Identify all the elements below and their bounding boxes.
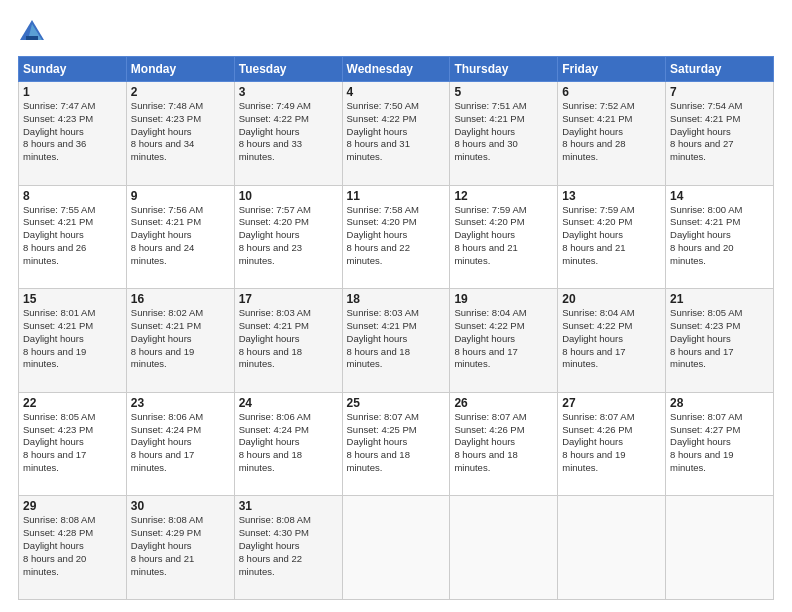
day-cell	[342, 496, 450, 600]
day-cell	[558, 496, 666, 600]
day-cell: 12 Sunrise: 7:59 AM Sunset: 4:20 PM Dayl…	[450, 185, 558, 289]
day-number: 26	[454, 396, 553, 410]
header	[18, 18, 774, 46]
logo	[18, 18, 50, 46]
day-number: 15	[23, 292, 122, 306]
day-cell: 22 Sunrise: 8:05 AM Sunset: 4:23 PM Dayl…	[19, 392, 127, 496]
day-info: Sunrise: 7:58 AM Sunset: 4:20 PM Dayligh…	[347, 204, 446, 268]
day-info: Sunrise: 8:02 AM Sunset: 4:21 PM Dayligh…	[131, 307, 230, 371]
day-cell: 14 Sunrise: 8:00 AM Sunset: 4:21 PM Dayl…	[666, 185, 774, 289]
day-cell: 26 Sunrise: 8:07 AM Sunset: 4:26 PM Dayl…	[450, 392, 558, 496]
day-info: Sunrise: 8:07 AM Sunset: 4:27 PM Dayligh…	[670, 411, 769, 475]
day-cell: 3 Sunrise: 7:49 AM Sunset: 4:22 PM Dayli…	[234, 82, 342, 186]
day-number: 9	[131, 189, 230, 203]
day-number: 31	[239, 499, 338, 513]
day-cell: 15 Sunrise: 8:01 AM Sunset: 4:21 PM Dayl…	[19, 289, 127, 393]
svg-rect-2	[26, 36, 38, 40]
day-number: 21	[670, 292, 769, 306]
col-header-sunday: Sunday	[19, 57, 127, 82]
logo-icon	[18, 18, 46, 46]
day-number: 6	[562, 85, 661, 99]
week-row-1: 1 Sunrise: 7:47 AM Sunset: 4:23 PM Dayli…	[19, 82, 774, 186]
day-number: 8	[23, 189, 122, 203]
day-cell: 13 Sunrise: 7:59 AM Sunset: 4:20 PM Dayl…	[558, 185, 666, 289]
day-info: Sunrise: 7:52 AM Sunset: 4:21 PM Dayligh…	[562, 100, 661, 164]
week-row-3: 15 Sunrise: 8:01 AM Sunset: 4:21 PM Dayl…	[19, 289, 774, 393]
day-number: 28	[670, 396, 769, 410]
day-cell	[666, 496, 774, 600]
day-number: 22	[23, 396, 122, 410]
day-info: Sunrise: 8:03 AM Sunset: 4:21 PM Dayligh…	[239, 307, 338, 371]
day-number: 5	[454, 85, 553, 99]
day-info: Sunrise: 8:08 AM Sunset: 4:29 PM Dayligh…	[131, 514, 230, 578]
day-info: Sunrise: 7:51 AM Sunset: 4:21 PM Dayligh…	[454, 100, 553, 164]
day-cell: 17 Sunrise: 8:03 AM Sunset: 4:21 PM Dayl…	[234, 289, 342, 393]
day-info: Sunrise: 7:54 AM Sunset: 4:21 PM Dayligh…	[670, 100, 769, 164]
day-cell: 18 Sunrise: 8:03 AM Sunset: 4:21 PM Dayl…	[342, 289, 450, 393]
day-cell: 4 Sunrise: 7:50 AM Sunset: 4:22 PM Dayli…	[342, 82, 450, 186]
day-cell: 20 Sunrise: 8:04 AM Sunset: 4:22 PM Dayl…	[558, 289, 666, 393]
day-number: 27	[562, 396, 661, 410]
day-cell: 23 Sunrise: 8:06 AM Sunset: 4:24 PM Dayl…	[126, 392, 234, 496]
day-info: Sunrise: 8:04 AM Sunset: 4:22 PM Dayligh…	[454, 307, 553, 371]
header-row: SundayMondayTuesdayWednesdayThursdayFrid…	[19, 57, 774, 82]
day-cell: 21 Sunrise: 8:05 AM Sunset: 4:23 PM Dayl…	[666, 289, 774, 393]
day-info: Sunrise: 7:47 AM Sunset: 4:23 PM Dayligh…	[23, 100, 122, 164]
day-cell: 1 Sunrise: 7:47 AM Sunset: 4:23 PM Dayli…	[19, 82, 127, 186]
day-number: 18	[347, 292, 446, 306]
week-row-4: 22 Sunrise: 8:05 AM Sunset: 4:23 PM Dayl…	[19, 392, 774, 496]
day-cell: 8 Sunrise: 7:55 AM Sunset: 4:21 PM Dayli…	[19, 185, 127, 289]
day-number: 11	[347, 189, 446, 203]
day-info: Sunrise: 8:07 AM Sunset: 4:26 PM Dayligh…	[562, 411, 661, 475]
page: SundayMondayTuesdayWednesdayThursdayFrid…	[0, 0, 792, 612]
day-cell: 6 Sunrise: 7:52 AM Sunset: 4:21 PM Dayli…	[558, 82, 666, 186]
day-info: Sunrise: 8:07 AM Sunset: 4:25 PM Dayligh…	[347, 411, 446, 475]
day-cell: 16 Sunrise: 8:02 AM Sunset: 4:21 PM Dayl…	[126, 289, 234, 393]
day-number: 2	[131, 85, 230, 99]
day-info: Sunrise: 8:00 AM Sunset: 4:21 PM Dayligh…	[670, 204, 769, 268]
day-cell: 11 Sunrise: 7:58 AM Sunset: 4:20 PM Dayl…	[342, 185, 450, 289]
day-info: Sunrise: 8:03 AM Sunset: 4:21 PM Dayligh…	[347, 307, 446, 371]
week-row-2: 8 Sunrise: 7:55 AM Sunset: 4:21 PM Dayli…	[19, 185, 774, 289]
day-info: Sunrise: 7:56 AM Sunset: 4:21 PM Dayligh…	[131, 204, 230, 268]
day-info: Sunrise: 8:08 AM Sunset: 4:28 PM Dayligh…	[23, 514, 122, 578]
day-info: Sunrise: 7:48 AM Sunset: 4:23 PM Dayligh…	[131, 100, 230, 164]
day-cell: 25 Sunrise: 8:07 AM Sunset: 4:25 PM Dayl…	[342, 392, 450, 496]
day-info: Sunrise: 8:01 AM Sunset: 4:21 PM Dayligh…	[23, 307, 122, 371]
day-cell: 19 Sunrise: 8:04 AM Sunset: 4:22 PM Dayl…	[450, 289, 558, 393]
day-number: 20	[562, 292, 661, 306]
day-info: Sunrise: 8:08 AM Sunset: 4:30 PM Dayligh…	[239, 514, 338, 578]
col-header-wednesday: Wednesday	[342, 57, 450, 82]
day-cell: 7 Sunrise: 7:54 AM Sunset: 4:21 PM Dayli…	[666, 82, 774, 186]
day-number: 19	[454, 292, 553, 306]
day-info: Sunrise: 8:05 AM Sunset: 4:23 PM Dayligh…	[23, 411, 122, 475]
day-info: Sunrise: 7:57 AM Sunset: 4:20 PM Dayligh…	[239, 204, 338, 268]
day-number: 24	[239, 396, 338, 410]
day-cell: 31 Sunrise: 8:08 AM Sunset: 4:30 PM Dayl…	[234, 496, 342, 600]
calendar-table: SundayMondayTuesdayWednesdayThursdayFrid…	[18, 56, 774, 600]
day-number: 10	[239, 189, 338, 203]
day-number: 1	[23, 85, 122, 99]
day-number: 30	[131, 499, 230, 513]
day-info: Sunrise: 8:04 AM Sunset: 4:22 PM Dayligh…	[562, 307, 661, 371]
day-info: Sunrise: 8:06 AM Sunset: 4:24 PM Dayligh…	[239, 411, 338, 475]
day-cell: 27 Sunrise: 8:07 AM Sunset: 4:26 PM Dayl…	[558, 392, 666, 496]
day-number: 13	[562, 189, 661, 203]
col-header-monday: Monday	[126, 57, 234, 82]
day-number: 4	[347, 85, 446, 99]
day-info: Sunrise: 7:55 AM Sunset: 4:21 PM Dayligh…	[23, 204, 122, 268]
day-info: Sunrise: 7:59 AM Sunset: 4:20 PM Dayligh…	[562, 204, 661, 268]
day-cell: 2 Sunrise: 7:48 AM Sunset: 4:23 PM Dayli…	[126, 82, 234, 186]
day-info: Sunrise: 8:05 AM Sunset: 4:23 PM Dayligh…	[670, 307, 769, 371]
day-number: 23	[131, 396, 230, 410]
day-cell: 28 Sunrise: 8:07 AM Sunset: 4:27 PM Dayl…	[666, 392, 774, 496]
day-number: 17	[239, 292, 338, 306]
day-info: Sunrise: 7:59 AM Sunset: 4:20 PM Dayligh…	[454, 204, 553, 268]
day-cell	[450, 496, 558, 600]
day-number: 3	[239, 85, 338, 99]
day-number: 12	[454, 189, 553, 203]
day-number: 25	[347, 396, 446, 410]
col-header-tuesday: Tuesday	[234, 57, 342, 82]
day-number: 29	[23, 499, 122, 513]
day-cell: 29 Sunrise: 8:08 AM Sunset: 4:28 PM Dayl…	[19, 496, 127, 600]
